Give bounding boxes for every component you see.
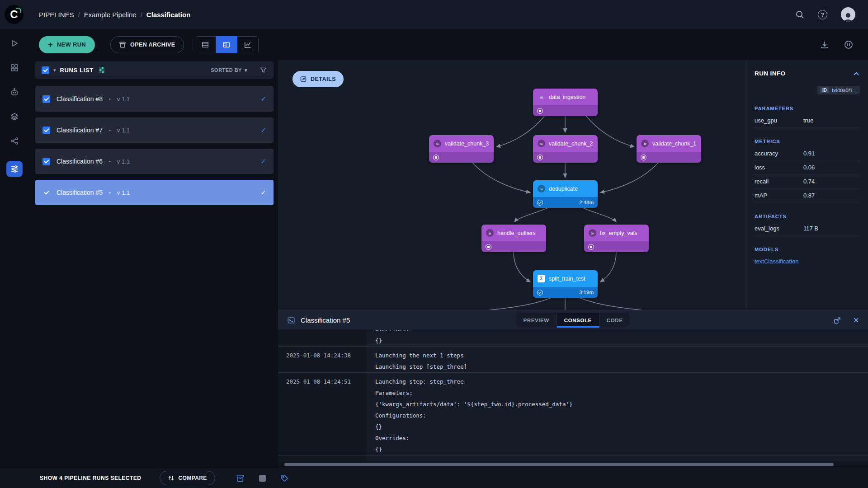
- log-row: Overrides:: [278, 330, 868, 335]
- metrics-section-title: METRICS: [755, 139, 860, 144]
- log-timestamp: [278, 361, 367, 372]
- runs-list-title: RUNS LIST: [60, 67, 94, 74]
- run-status-check-icon: ✓: [260, 126, 266, 134]
- sorted-by-control[interactable]: SORTED BY ▾: [211, 67, 247, 73]
- node-runtime: 2:48m: [579, 200, 594, 205]
- avatar[interactable]: [841, 7, 855, 22]
- node-status-stopped-icon: [486, 244, 491, 250]
- queues-icon[interactable]: [844, 40, 854, 50]
- graph-node-validate-chunk-2[interactable]: »validate_chunk_2: [533, 135, 598, 163]
- details-button[interactable]: DETAILS: [292, 71, 344, 87]
- runs-list-header: ▾ RUNS LIST SORTED BY ▾: [35, 61, 274, 79]
- metric-key: recall: [755, 178, 803, 185]
- console-actions: ×: [833, 315, 859, 325]
- run-status-check-icon: ✓: [260, 157, 266, 165]
- console-log[interactable]: Overrides: {} 2025-01-08 14:24:38Launchi…: [278, 330, 868, 468]
- graph-node-deduplicate[interactable]: »deduplicate 2:48m: [533, 180, 598, 208]
- graph-node-validate-chunk-3[interactable]: »validate_chunk_3: [429, 135, 494, 163]
- run-checkbox[interactable]: [42, 158, 50, 165]
- log-row: {'kwargs_artifacts/data': '${step_two.id…: [278, 399, 868, 410]
- filter-icon[interactable]: [259, 66, 267, 74]
- close-icon[interactable]: ×: [853, 315, 859, 325]
- breadcrumb-pipelines[interactable]: PIPELINES: [39, 11, 74, 19]
- details-label: DETAILS: [311, 76, 336, 82]
- pipeline-graph-canvas[interactable]: DETAILS ≡data_ingestion »validate: [278, 60, 746, 310]
- graph-node-split-train-test[interactable]: Σsplit_train_test 3:19m: [533, 270, 598, 298]
- runs-list-panel: ▾ RUNS LIST SORTED BY ▾ Classification #…: [35, 61, 274, 468]
- run-checkbox[interactable]: [42, 95, 50, 103]
- metric-key: loss: [755, 164, 803, 171]
- open-archive-button[interactable]: OPEN ARCHIVE: [110, 36, 184, 53]
- logo-letter: C: [10, 8, 18, 21]
- log-message: {}: [367, 421, 382, 432]
- chart-view-button[interactable]: [237, 36, 259, 53]
- new-run-label: NEW RUN: [57, 41, 86, 48]
- search-icon[interactable]: [795, 10, 804, 19]
- node-status-completed-icon: [537, 290, 543, 296]
- tab-code[interactable]: CODE: [599, 313, 630, 328]
- breadcrumb-project[interactable]: Example Pipeline: [84, 11, 137, 19]
- select-all-checkbox[interactable]: [42, 66, 49, 74]
- table-view-button[interactable]: [195, 36, 216, 53]
- log-timestamp: [278, 410, 367, 421]
- run-list-item[interactable]: Classification #7 • v 1.1 ✓: [35, 117, 274, 143]
- graph-node-data-ingestion[interactable]: ≡data_ingestion: [533, 89, 598, 116]
- tags-action-icon[interactable]: [280, 474, 289, 483]
- log-row: {}: [278, 444, 868, 455]
- node-status-stopped-icon: [588, 244, 594, 250]
- parameter-value: true: [803, 117, 813, 124]
- graph-node-handle-outliers[interactable]: »handle_outliers: [481, 225, 546, 252]
- run-name: Classification #8: [57, 95, 103, 103]
- metric-key: accuracy: [755, 150, 803, 157]
- tab-console[interactable]: CONSOLE: [557, 313, 599, 328]
- compare-button[interactable]: COMPARE: [160, 471, 215, 485]
- log-timestamp: [278, 399, 367, 410]
- workers-icon[interactable]: [10, 88, 19, 97]
- run-checkbox[interactable]: [42, 189, 50, 197]
- datasets-icon[interactable]: [10, 112, 19, 121]
- help-icon[interactable]: ?: [818, 10, 827, 19]
- run-list-item[interactable]: Classification #6 • v 1.1 ✓: [35, 149, 274, 174]
- clearml-logo[interactable]: C: [5, 5, 24, 24]
- getting-started-icon[interactable]: [10, 39, 19, 48]
- tab-preview[interactable]: PREVIEW: [516, 313, 557, 328]
- show-selected-runs-link[interactable]: SHOW 4 PIPELINE RUNS SELECTED: [40, 475, 142, 481]
- node-label: data_ingestion: [549, 94, 585, 100]
- breadcrumb-separator: /: [78, 11, 80, 19]
- projects-icon[interactable]: [10, 63, 19, 72]
- log-row: Parameters:: [278, 387, 868, 399]
- graph-node-fix-empty-vals[interactable]: »fix_empty_vals: [584, 225, 649, 252]
- run-status-check-icon: ✓: [260, 188, 266, 197]
- horizontal-scrollbar-thumb[interactable]: [284, 463, 834, 466]
- breadcrumb-pipeline[interactable]: Classification: [146, 11, 191, 19]
- hyperdatasets-icon[interactable]: [10, 136, 19, 145]
- run-dot-separator: •: [109, 127, 111, 133]
- archive-icon: [119, 41, 126, 48]
- model-link[interactable]: textClassification: [755, 258, 860, 265]
- expand-panel-icon[interactable]: [833, 316, 841, 324]
- metric-value: 0.74: [803, 178, 815, 185]
- abort-action-icon[interactable]: [259, 475, 266, 482]
- run-list-item[interactable]: Classification #8 • v 1.1 ✓: [35, 86, 274, 112]
- parameter-key: use_gpu: [755, 117, 803, 124]
- dataset-split-icon: Σ: [538, 275, 545, 282]
- topbar-actions: ?: [795, 7, 868, 22]
- log-row: Configurations:: [278, 410, 868, 421]
- sort-sliders-icon[interactable]: [98, 66, 106, 74]
- graph-node-validate-chunk-1[interactable]: »validate_chunk_1: [637, 135, 701, 163]
- run-id-chip[interactable]: ID bd00a0f1...: [817, 86, 860, 94]
- new-run-button[interactable]: + NEW RUN: [39, 36, 95, 53]
- archive-action-icon[interactable]: [236, 474, 245, 483]
- select-dropdown-caret-icon[interactable]: ▾: [53, 67, 56, 73]
- run-status-check-icon: ✓: [260, 95, 266, 103]
- log-message: Overrides:: [367, 432, 409, 444]
- node-runtime: 3:19m: [579, 290, 594, 295]
- split-view-button[interactable]: [216, 36, 237, 53]
- collapse-chevron-icon[interactable]: [853, 71, 860, 76]
- chevrons-icon: »: [486, 229, 494, 237]
- run-list-item-selected[interactable]: Classification #5 • v 1.1 ✓: [35, 180, 274, 205]
- run-checkbox[interactable]: [42, 127, 50, 134]
- download-icon[interactable]: [820, 40, 829, 49]
- pipelines-icon[interactable]: [6, 161, 23, 177]
- run-name: Classification #6: [57, 158, 103, 165]
